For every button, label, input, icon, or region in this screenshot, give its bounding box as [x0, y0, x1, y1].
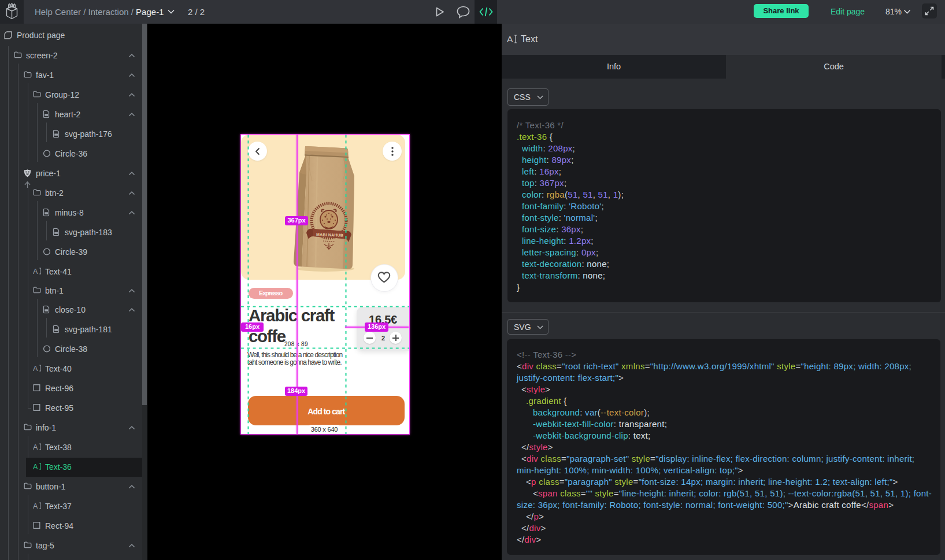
svg-text:A: A: [33, 365, 38, 372]
svg-text:A: A: [507, 34, 513, 44]
svg-text:A: A: [33, 268, 38, 275]
svg-text:A: A: [33, 443, 38, 451]
svg-text:A: A: [33, 463, 38, 470]
svg-text:A: A: [33, 502, 38, 510]
